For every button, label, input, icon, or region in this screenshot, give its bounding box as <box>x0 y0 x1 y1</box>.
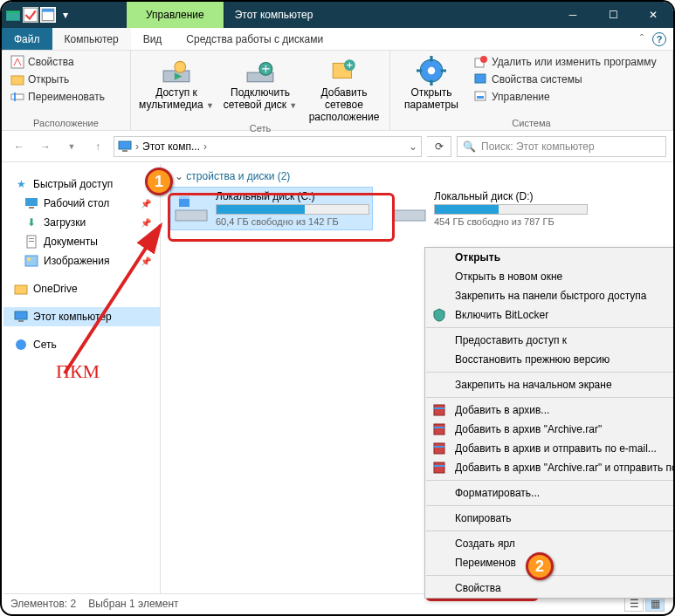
ribbon-open-settings[interactable]: Открыть параметры <box>397 54 465 112</box>
drive-d[interactable]: Локальный диск (D:) 454 ГБ свободно из 7… <box>389 188 590 229</box>
qa-dropdown-icon[interactable]: ▾ <box>58 7 73 23</box>
svg-rect-7 <box>11 94 24 99</box>
ribbon-manage[interactable]: Управление <box>472 89 658 105</box>
maximize-button[interactable]: ☐ <box>593 2 633 28</box>
address-bar-row: ← → ▼ ↑ › Этот комп... › ⌄ ⟳ 🔍 Поиск: Эт… <box>2 131 673 162</box>
qa-checkbox-icon[interactable] <box>23 7 38 23</box>
ribbon-open[interactable]: Открыть <box>9 72 107 87</box>
svg-rect-44 <box>434 405 444 415</box>
ribbon-map-drive[interactable]: Подключить сетевой диск ▼ <box>222 54 299 112</box>
downloads-icon: ⬇ <box>24 216 38 229</box>
rar-icon <box>432 403 446 417</box>
annotation-arrow <box>47 190 187 382</box>
svg-point-17 <box>428 67 436 75</box>
menu-view[interactable]: Вид <box>131 28 175 50</box>
nav-recent-icon[interactable]: ▼ <box>61 136 82 157</box>
svg-rect-28 <box>122 150 127 152</box>
address-dropdown-icon[interactable]: ⌄ <box>409 140 417 153</box>
titlebar: ▾ Управление Этот компьютер ─ ☐ ✕ <box>2 2 673 28</box>
star-icon: ★ <box>14 177 28 191</box>
rar-icon <box>432 461 446 475</box>
address-bar[interactable]: › Этот комп... › ⌄ <box>114 136 422 157</box>
nav-back-icon[interactable]: ← <box>9 136 30 157</box>
bitlocker-icon <box>432 308 446 322</box>
ctx-grant-access[interactable]: Предоставить доступ к▸ <box>425 331 675 350</box>
thispc-icon <box>14 310 28 324</box>
pc-icon <box>118 140 132 154</box>
ribbon-manage-label: Управление <box>492 91 550 103</box>
close-button[interactable]: ✕ <box>633 2 673 28</box>
qa-props-icon[interactable] <box>40 7 56 23</box>
ctx-create-shortcut[interactable]: Создать ярл <box>425 534 675 553</box>
svg-rect-1 <box>6 11 20 13</box>
ribbon-properties-label: Свойства <box>28 56 74 68</box>
ribbon-rename[interactable]: Переименовать <box>9 89 107 105</box>
drive-c[interactable]: Локальный диск (C:) 60,4 ГБ свободно из … <box>171 188 372 229</box>
minimize-button[interactable]: ─ <box>553 2 593 28</box>
ctx-copy[interactable]: Копировать <box>425 509 675 528</box>
search-box[interactable]: 🔍 Поиск: Этот компьютер <box>457 136 666 157</box>
menu-computer[interactable]: Компьютер <box>52 28 131 50</box>
sysprops-icon <box>474 72 488 86</box>
ctx-pin-quick[interactable]: Закрепить на панели быстрого доступа <box>425 286 675 305</box>
svg-rect-47 <box>434 427 444 428</box>
help-icon[interactable]: ? <box>652 32 666 46</box>
ctx-add-archive[interactable]: Добавить в архив... <box>425 400 675 420</box>
ctx-pin-start[interactable]: Закрепить на начальном экране <box>425 375 675 394</box>
svg-rect-48 <box>434 443 444 454</box>
network-icon <box>14 338 28 352</box>
ctx-open[interactable]: Открыть <box>425 248 675 267</box>
ctx-format[interactable]: Форматировать... <box>425 483 675 503</box>
ribbon-add-netloc[interactable]: Добавить сетевое расположение <box>306 54 382 123</box>
pictures-icon <box>24 254 38 268</box>
ribbon-sysprops[interactable]: Свойства системы <box>472 72 658 87</box>
ribbon-media-access[interactable]: Доступ к мультимедиа ▼ <box>138 54 215 112</box>
svg-rect-46 <box>434 424 444 435</box>
svg-point-35 <box>27 257 31 261</box>
breadcrumb[interactable]: Этот комп... <box>142 140 200 153</box>
ribbon-open-label: Открыть <box>28 73 69 86</box>
ribbon-uninstall[interactable]: Удалить или изменить программу <box>472 54 658 70</box>
ctx-add-archive-rar[interactable]: Добавить в архив "Archive.rar" <box>425 420 675 439</box>
ribbon-properties[interactable]: Свойства <box>9 54 107 70</box>
svg-rect-43 <box>394 210 425 221</box>
ctx-open-new[interactable]: Открыть в новом окне <box>425 267 675 286</box>
annotation-callout-1: 1 <box>145 168 173 195</box>
documents-icon <box>24 235 38 249</box>
svg-rect-6 <box>11 76 24 85</box>
ctx-bitlocker[interactable]: Включить BitLocker <box>425 305 675 325</box>
svg-rect-37 <box>15 311 27 319</box>
refresh-button[interactable]: ⟳ <box>427 136 451 157</box>
app-icon <box>5 7 21 23</box>
nav-up-icon[interactable]: ↑ <box>87 136 108 157</box>
ctx-properties[interactable]: Свойства <box>425 578 675 598</box>
media-icon <box>162 56 191 86</box>
menu-disk-tools[interactable]: Средства работы с дисками <box>174 28 335 50</box>
desktop-icon <box>24 196 38 210</box>
nav-forward-icon[interactable]: → <box>35 136 56 157</box>
svg-point-11 <box>175 61 186 72</box>
svg-rect-32 <box>29 238 34 239</box>
drive-d-free: 454 ГБ свободно из 787 ГБ <box>434 216 588 227</box>
ctx-archive-email[interactable]: Добавить в архив и отправить по e-mail..… <box>425 439 675 458</box>
ctx-archive-rar-email[interactable]: Добавить в архив "Archive.rar" и отправи… <box>425 458 675 477</box>
rar-icon <box>432 441 446 455</box>
collapse-ribbon-icon[interactable]: ˆ <box>640 33 644 45</box>
ribbon-uninstall-label: Удалить или изменить программу <box>492 56 657 68</box>
section-label: стройства и диски (2) <box>186 170 290 182</box>
drive-c-free: 60,4 ГБ свободно из 142 ГБ <box>216 216 369 227</box>
svg-rect-34 <box>25 256 38 266</box>
settings-icon <box>417 56 446 86</box>
menu-file[interactable]: Файл <box>2 28 52 50</box>
svg-rect-0 <box>6 13 20 21</box>
sidebar-quick-label: Быстрый доступ <box>33 178 113 190</box>
svg-rect-24 <box>475 74 486 83</box>
ctx-restore[interactable]: Восстановить прежнюю версию <box>425 350 675 369</box>
menu-bar: Файл Компьютер Вид Средства работы с дис… <box>2 28 673 51</box>
titlebar-tab-manage[interactable]: Управление <box>126 2 224 28</box>
ribbon-sysprops-label: Свойства системы <box>492 73 582 86</box>
annotation-callout-2: 2 <box>526 552 554 580</box>
content-pane: ⌄ стройства и диски (2) Локальный диск (… <box>161 164 672 593</box>
section-devices[interactable]: ⌄ стройства и диски (2) <box>161 164 672 188</box>
svg-rect-33 <box>29 241 34 242</box>
